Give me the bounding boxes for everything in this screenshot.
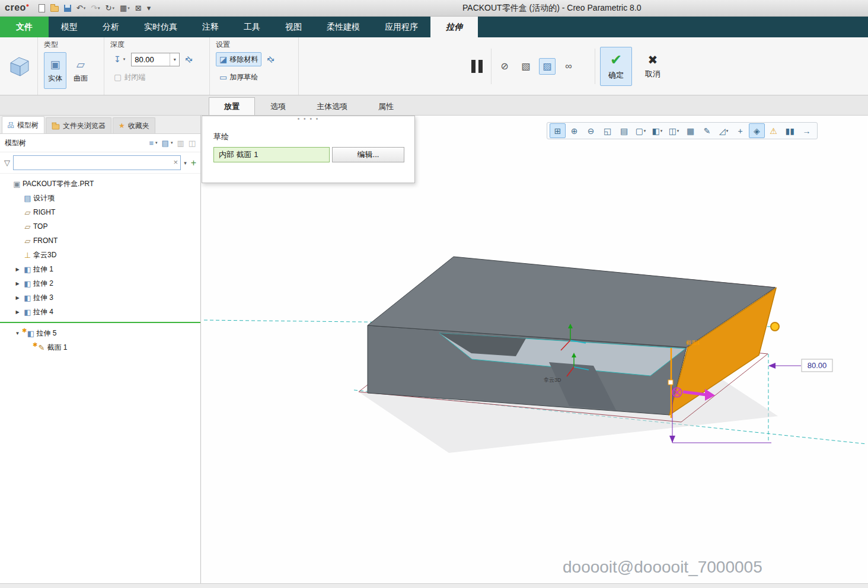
zoom-out-button[interactable]: ⊖ [583,123,599,138]
tree-item[interactable]: ▤设计项 [0,191,200,205]
depth-dimension-value[interactable]: 80.00 [808,361,827,370]
tree-item[interactable]: ▶◧拉伸 3 [0,290,200,305]
redo-dropdown-icon[interactable]: ▾ [98,6,100,11]
thicken-sketch-button[interactable]: ▭ 加厚草绘 [216,70,261,84]
edit-sketch-button[interactable]: 编辑... [332,147,404,162]
redo-button[interactable]: ↷▾ [89,2,101,15]
ribbon-tab-analysis[interactable]: 分析 [90,17,132,37]
tree-item[interactable]: ▼✱◧拉伸 5 [0,326,200,340]
ribbon-tab-model[interactable]: 模型 [49,17,90,37]
tree-item[interactable]: ⊥拿云3D [0,248,200,262]
tree-item[interactable]: ▶◧拉伸 2 [0,276,200,290]
zoom-in-button[interactable]: ⊕ [566,123,582,138]
tree-item[interactable]: ▱TOP [0,219,200,234]
resume-button[interactable]: → [799,123,815,138]
save-file-button[interactable] [62,2,73,15]
datum-display-dropdown-icon[interactable]: ▾ [726,129,729,133]
tree-expand-all-icon[interactable]: ◫ [189,139,196,148]
window-settings-dropdown-icon[interactable]: ▾ [127,6,130,11]
ribbon-tab-applications[interactable]: 应用程序 [372,17,430,37]
tree-expand-icon[interactable]: ▶ [13,267,22,272]
tree-item[interactable]: ✱✎截面 1 [0,340,200,354]
undo-button[interactable]: ↶▾ [75,2,87,15]
tree-filters-dropdown-icon[interactable]: ▾ [171,140,173,145]
subtab-options[interactable]: 选项 [255,97,301,115]
zoom-region-button[interactable]: ⊞ [550,123,566,138]
ribbon-tab-annotate[interactable]: 注释 [190,17,231,37]
tree-settings-icon[interactable]: ≡ [149,139,154,148]
no-preview-button[interactable]: ⊘ [496,58,513,75]
repaint-button[interactable]: ▤ [616,123,632,138]
solid-button[interactable]: ▣ 实体 [44,52,66,89]
geometry-warning-button[interactable]: ⚠ [765,123,781,138]
toolbar-options-button[interactable]: ▾ [145,2,153,15]
shaded-preview-button[interactable]: ▨ [539,58,556,75]
display-style-button[interactable]: ▢▾ [633,123,649,138]
wireframe-preview-button[interactable]: ▧ [518,58,534,75]
depth-drag-handle[interactable] [771,322,779,331]
edge-handle[interactable] [668,380,673,385]
tree-filters-icon[interactable]: ▤ [162,139,169,148]
depth-value-input[interactable] [132,53,170,66]
ribbon-tab-flexible-modeling[interactable]: 柔性建模 [314,17,372,37]
subtab-placement[interactable]: 放置 [209,97,255,115]
surface-button[interactable]: ▱ 曲面 [69,52,92,89]
graphics-area[interactable]: 截面1 80.00 [201,116,867,583]
panel-tab-model-tree[interactable]: 品模型树 [2,116,44,133]
panel-tab-folder-browser[interactable]: 文件夹浏览器 [46,117,111,133]
depth-type-button[interactable]: ↧ ▾ [110,52,129,66]
tree-expand-icon[interactable]: ▶ [13,281,22,286]
tree-expand-icon[interactable]: ▶ [13,309,22,315]
tree-item[interactable]: ▱RIGHT [0,205,200,219]
model-tree-search-input[interactable] [13,155,181,170]
spin-center-button[interactable]: + [732,123,748,138]
annotation-display-button[interactable]: ✎ [699,123,715,138]
open-file-button[interactable] [49,2,60,15]
closed-end-button[interactable]: ▢ 封闭端 [110,70,149,84]
ribbon-tab-tools[interactable]: 工具 [231,17,273,37]
saved-orientations-button[interactable]: ◫▾ [666,123,682,138]
tree-item[interactable]: ▶◧拉伸 4 [0,305,200,319]
regenerate-button[interactable]: ↻▾ [104,2,116,15]
search-options-dropdown-icon[interactable]: ▾ [184,160,187,166]
tree-expand-icon[interactable]: ▶ [13,295,22,301]
view-manager-button[interactable]: ▦ [682,123,698,138]
tree-settings-dropdown-icon[interactable]: ▾ [155,140,158,145]
clear-search-icon[interactable]: × [174,158,178,167]
section-view-dropdown-icon[interactable]: ▾ [660,129,663,133]
ribbon-tab-file[interactable]: 文件 [0,17,49,37]
regenerate-dropdown-icon[interactable]: ▾ [112,6,114,11]
ribbon-tab-view[interactable]: 视图 [273,17,314,37]
verify-preview-button[interactable]: ∞ [560,58,577,75]
tree-item[interactable]: ▣PACKOUT零件盒.PRT [0,177,200,191]
depth-value-dropdown-icon[interactable]: ▾ [170,53,179,66]
panel-tab-favorites[interactable]: ★收藏夹 [113,117,155,133]
new-file-button[interactable] [37,2,47,15]
ribbon-tab-extrude[interactable]: 拉伸 [430,17,478,37]
tree-columns-icon[interactable]: ▥ [177,139,184,148]
tree-item[interactable]: ▶◧拉伸 1 [0,262,200,276]
cancel-button[interactable]: ✖ 取消 [637,47,669,86]
ribbon-tab-live-simulation[interactable]: 实时仿真 [132,17,190,37]
subtab-properties[interactable]: 属性 [363,97,409,115]
refit-button[interactable]: ◱ [599,123,615,138]
flip-material-side-button[interactable]: ⇄ [264,52,278,66]
flip-depth-direction-button[interactable]: ⇄ [182,52,196,66]
depth-type-dropdown-icon[interactable]: ▾ [123,57,126,62]
pause-button[interactable] [468,56,486,76]
sketch-collector-field[interactable]: 内部 截面 1 [213,147,330,162]
panel-drag-handle[interactable]: • • • • [202,116,414,122]
pause-button[interactable]: ▮▮ [782,123,798,138]
close-window-button[interactable]: ⊠ [133,2,143,15]
datum-display-button[interactable]: ◿▾ [716,123,732,138]
display-style-dropdown-icon[interactable]: ▾ [644,129,646,133]
section-view-button[interactable]: ◧▾ [649,123,665,138]
ok-button[interactable]: ✔ 确定 [600,47,632,86]
insert-here-indicator[interactable] [0,322,200,323]
undo-dropdown-icon[interactable]: ▾ [84,6,86,11]
remove-material-button[interactable]: ◪ 移除材料 [216,52,261,66]
tree-item[interactable]: ▱FRONT [0,234,200,248]
filter-funnel-icon[interactable]: ▽ [4,158,10,167]
3d-dragger-button[interactable]: ◈ [749,123,765,138]
window-settings-button[interactable]: ▦▾ [118,2,132,15]
